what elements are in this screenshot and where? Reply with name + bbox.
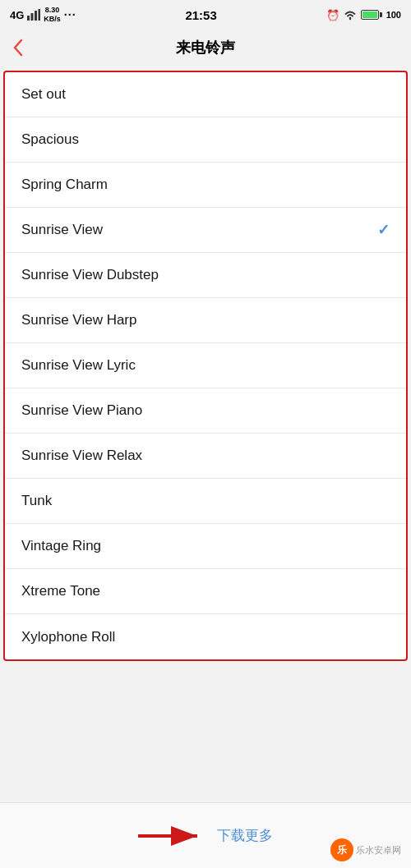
list-item[interactable]: Sunrise View Piano [5,388,406,434]
list-item[interactable]: Sunrise View Lyric [5,343,406,388]
dots: ··· [64,8,76,21]
ringtone-name: Spring Charm [21,177,108,193]
svg-rect-3 [39,9,41,21]
status-bar: 4G 8.30KB/s ··· 21:53 ⏰ 100 [0,0,411,30]
list-item[interactable]: Sunrise View Harp [5,298,406,343]
status-time: 21:53 [185,8,216,22]
bottom-bar: 下载更多 乐 乐水安卓网 [0,802,411,868]
ringtone-name: Xylophone Roll [21,629,115,645]
ringtone-name: Vintage Ring [21,538,101,554]
watermark-logo: 乐 [330,838,353,861]
ringtone-name: Tunk [21,493,52,509]
download-area: 下载更多 [138,824,273,847]
wifi-icon [344,9,357,21]
ringtone-name: Sunrise View Piano [21,402,142,419]
data-speed: 8.30KB/s [44,6,61,24]
alarm-icon: ⏰ [326,9,339,21]
ringtone-name: Set out [21,86,66,103]
svg-rect-0 [27,16,30,21]
download-more-link[interactable]: 下载更多 [217,826,273,845]
list-item[interactable]: Set out [5,72,406,117]
ringtone-name: Sunrise View Dubstep [21,267,159,283]
back-button[interactable] [13,39,23,57]
page-title: 来电铃声 [176,38,235,57]
list-item[interactable]: Vintage Ring [5,524,406,569]
ringtone-name: Sunrise View Relax [21,448,142,464]
svg-rect-2 [35,11,37,21]
list-item[interactable]: Spring Charm [5,163,406,208]
list-item[interactable]: Xylophone Roll [5,614,406,659]
list-item[interactable]: Spacious [5,117,406,163]
header: 来电铃声 [0,30,411,66]
ringtone-name: Spacious [21,131,79,148]
battery-level: 100 [386,10,401,20]
svg-point-4 [349,18,350,20]
ringtone-list: Set outSpaciousSpring CharmSunrise View✓… [3,71,408,661]
back-chevron-icon [13,39,23,57]
battery [361,10,382,20]
red-arrow-icon [138,824,204,847]
list-item[interactable]: Sunrise View✓ [5,208,406,253]
list-item[interactable]: Tunk [5,479,406,524]
ringtone-name: Sunrise View [21,222,103,238]
ringtone-name: Xtreme Tone [21,583,100,599]
list-item[interactable]: Sunrise View Relax [5,434,406,479]
status-left: 4G 8.30KB/s ··· [10,6,76,24]
carrier-icon: 4G [10,9,24,21]
watermark: 乐 乐水安卓网 [330,838,401,861]
ringtone-name: Sunrise View Lyric [21,357,136,374]
watermark-text: 乐水安卓网 [356,844,401,857]
list-item[interactable]: Sunrise View Dubstep [5,253,406,298]
selected-check-icon: ✓ [377,221,390,239]
svg-rect-1 [31,13,34,21]
ringtone-name: Sunrise View Harp [21,312,136,328]
signal-bars-icon [27,9,40,21]
list-item[interactable]: Xtreme Tone [5,569,406,614]
status-right: ⏰ 100 [326,9,401,21]
